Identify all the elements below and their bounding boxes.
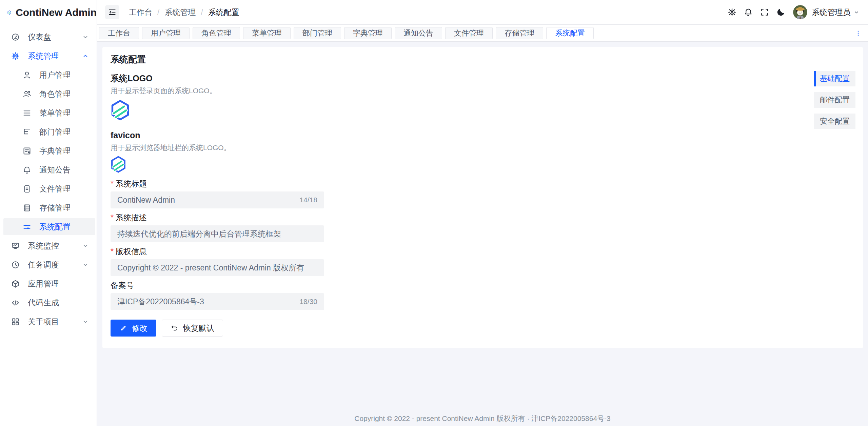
chevron-down-icon: [82, 318, 89, 325]
anchor-basic-config[interactable]: 基础配置: [814, 71, 855, 86]
sidebar-item-system-monitor[interactable]: 系统监控: [0, 236, 97, 255]
fullscreen-button[interactable]: [756, 4, 773, 20]
sidebar-item-system-config[interactable]: 系统配置: [3, 218, 95, 235]
sidebar-item-task-schedule[interactable]: 任务调度: [0, 255, 97, 274]
sidebar-item-label: 菜单管理: [39, 108, 71, 118]
copyright-input-wrap: [111, 259, 324, 276]
moon-icon: [776, 7, 786, 17]
app-root: ContiNew Admin 仪表盘 系统管理 用户管理 角色管理: [0, 0, 868, 426]
breadcrumb-separator: /: [201, 8, 203, 17]
field-label-text: 系统标题: [116, 179, 147, 188]
sidebar-item-menu-management[interactable]: 菜单管理: [0, 103, 97, 122]
field-label-site-description: * 系统描述: [111, 213, 324, 222]
icp-input-wrap: 18/30: [111, 293, 324, 310]
char-counter: 14/18: [299, 196, 317, 204]
restore-default-label: 恢复默认: [183, 323, 214, 333]
notifications-button[interactable]: [740, 4, 756, 20]
sidebar-menu: 仪表盘 系统管理 用户管理 角色管理 菜单管理 部门管: [0, 25, 97, 331]
sidebar-item-dept-management[interactable]: 部门管理: [0, 122, 97, 141]
tab-file-management[interactable]: 文件管理: [445, 27, 493, 39]
tab-label: 存储管理: [505, 28, 534, 38]
sidebar-item-dashboard[interactable]: 仪表盘: [0, 27, 97, 46]
field-label-site-title: * 系统标题: [111, 179, 324, 188]
sidebar-item-label: 代码生成: [28, 298, 59, 308]
sidebar-item-label: 部门管理: [39, 127, 71, 137]
code-icon: [11, 298, 20, 307]
field-label-icp: 备案号: [111, 281, 324, 290]
clock-icon: [11, 260, 20, 269]
tab-label: 菜单管理: [252, 28, 282, 38]
app-logo-icon: [7, 5, 11, 20]
sidebar-item-storage-management[interactable]: 存储管理: [0, 198, 97, 217]
avatar[interactable]: [793, 5, 807, 19]
icp-input[interactable]: [117, 297, 295, 306]
sidebar-item-system-management[interactable]: 系统管理: [0, 46, 97, 65]
sidebar-item-role-management[interactable]: 角色管理: [0, 84, 97, 103]
breadcrumb: 工作台 / 系统管理 / 系统配置: [129, 7, 239, 18]
sidebar-collapse-button[interactable]: [105, 5, 119, 19]
breadcrumb-item[interactable]: 系统管理: [164, 7, 196, 18]
sidebar-item-label: 系统配置: [39, 222, 71, 232]
sidebar-item-notice[interactable]: 通知公告: [0, 160, 97, 179]
chevron-down-icon[interactable]: [853, 9, 860, 16]
required-star: *: [111, 247, 114, 256]
sidebar-item-app-management[interactable]: 应用管理: [0, 274, 97, 293]
tab-workbench[interactable]: 工作台: [99, 27, 139, 39]
copyright-input[interactable]: [117, 263, 317, 272]
required-star: *: [111, 179, 114, 188]
sidebar-item-code-generation[interactable]: 代码生成: [0, 293, 97, 312]
logo-section-title: 系统LOGO: [111, 74, 855, 83]
anchor-mail-config[interactable]: 邮件配置: [814, 92, 855, 108]
tab-label: 用户管理: [151, 28, 181, 38]
sidebar-item-label: 存储管理: [39, 203, 71, 213]
app-title: ContiNew Admin: [16, 7, 97, 18]
sidebar-item-file-management[interactable]: 文件管理: [0, 179, 97, 198]
site-title-input-wrap: 14/18: [111, 191, 324, 208]
site-title-input[interactable]: [117, 196, 295, 205]
user-name[interactable]: 系统管理员: [812, 7, 851, 18]
tree-icon: [22, 127, 32, 137]
tab-more-button[interactable]: [852, 27, 864, 39]
fullscreen-icon: [760, 7, 769, 17]
tab-dict-management[interactable]: 字典管理: [344, 27, 392, 39]
tab-role-management[interactable]: 角色管理: [193, 27, 240, 39]
breadcrumb-separator: /: [157, 8, 159, 17]
anchor-security-config[interactable]: 安全配置: [814, 114, 855, 129]
modify-button-label: 修改: [132, 323, 147, 333]
tab-label: 系统配置: [555, 28, 585, 38]
modify-button[interactable]: 修改: [111, 320, 156, 337]
favicon-image: [111, 156, 126, 173]
chevron-down-icon: [82, 261, 89, 268]
site-description-input[interactable]: [117, 229, 317, 239]
app-logo[interactable]: ContiNew Admin: [0, 0, 97, 25]
settings-button[interactable]: [724, 4, 740, 20]
tab-notice[interactable]: 通知公告: [395, 27, 442, 39]
grid-icon: [11, 317, 20, 326]
sidebar-item-label: 用户管理: [39, 70, 71, 80]
tab-user-management[interactable]: 用户管理: [142, 27, 190, 39]
dashboard-icon: [11, 33, 20, 42]
tab-storage-management[interactable]: 存储管理: [496, 27, 543, 39]
system-logo-upload[interactable]: [111, 99, 855, 122]
field-label-text: 系统描述: [116, 213, 147, 222]
cube-icon: [11, 279, 20, 288]
sidebar-item-dict-management[interactable]: 字典管理: [0, 141, 97, 160]
tab-label: 角色管理: [201, 28, 231, 38]
tab-menu-management[interactable]: 菜单管理: [243, 27, 291, 39]
sidebar-item-label: 系统监控: [28, 241, 59, 251]
sidebar-item-about-project[interactable]: 关于项目: [0, 312, 97, 331]
field-label-text: 备案号: [111, 281, 134, 290]
tab-dept-management[interactable]: 部门管理: [294, 27, 341, 39]
breadcrumb-item-current: 系统配置: [208, 7, 239, 18]
favicon-upload[interactable]: [111, 156, 855, 175]
sidebar-item-user-management[interactable]: 用户管理: [0, 65, 97, 84]
header-actions: 系统管理员: [724, 4, 860, 20]
field-label-copyright: * 版权信息: [111, 247, 324, 256]
restore-default-button[interactable]: 恢复默认: [162, 320, 223, 337]
form-actions: 修改 恢复默认: [111, 320, 324, 337]
dark-mode-button[interactable]: [773, 4, 789, 20]
anchor-label: 邮件配置: [820, 95, 850, 105]
tab-system-config[interactable]: 系统配置: [546, 27, 594, 39]
breadcrumb-item[interactable]: 工作台: [129, 7, 152, 18]
bell-icon: [22, 165, 32, 175]
